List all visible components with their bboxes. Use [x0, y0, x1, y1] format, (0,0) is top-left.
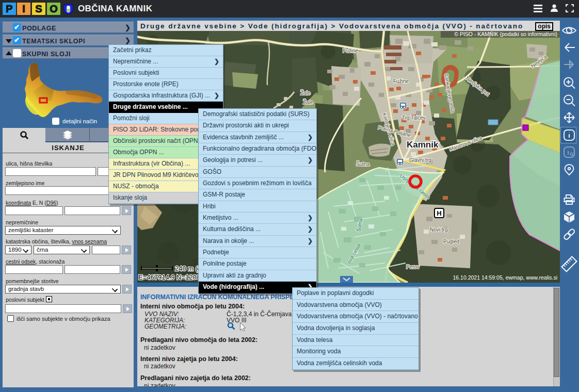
svg-text:Žale: Žale: [300, 90, 311, 96]
svg-text:Fužine: Fužine: [343, 48, 358, 54]
svg-text:H: H: [437, 209, 441, 217]
svg-text:Novi trg: Novi trg: [430, 227, 447, 233]
svg-text:16.10.2021 14:59:05, ewmap, ww: 16.10.2021 14:59:05, ewmap, www.realis.s…: [453, 274, 557, 281]
svg-text:Perov: Perov: [406, 264, 420, 270]
svg-text:Glavni trg: Glavni trg: [409, 157, 431, 163]
svg-text:Fužine: Fužine: [393, 78, 409, 84]
svg-text:Trg Talcev: Trg Talcev: [402, 115, 426, 121]
svg-text:© PISO - KAMNIK (podatki so in: © PISO - KAMNIK (podatki so informativni…: [454, 31, 557, 37]
svg-text:Pugled: Pugled: [443, 239, 459, 244]
svg-text:E=467914.9 N=1208: E=467914.9 N=1208: [138, 273, 200, 281]
svg-text:Kamnik: Kamnik: [407, 140, 439, 150]
svg-text:Žale: Žale: [303, 99, 313, 105]
svg-text:Šutna: Šutna: [356, 161, 370, 167]
